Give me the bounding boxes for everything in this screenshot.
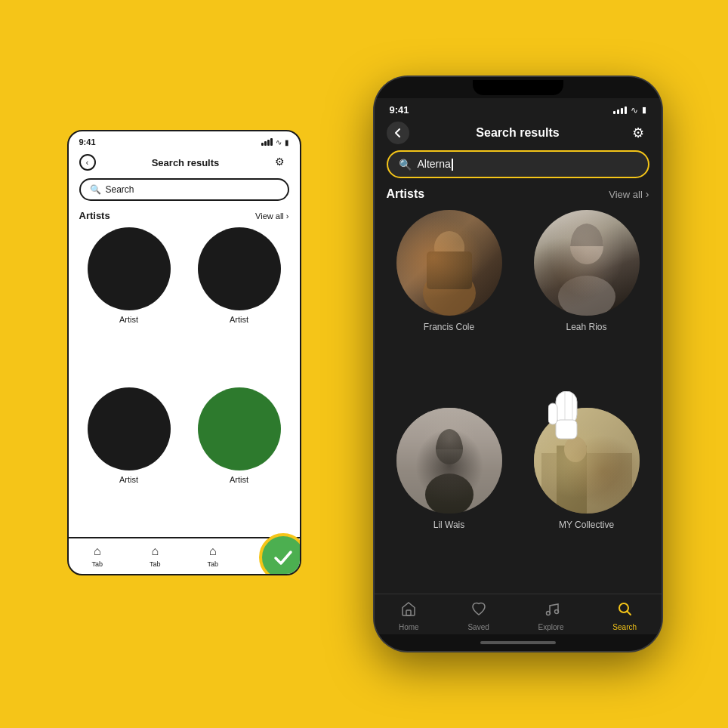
screen-nav: Search results ⚙	[375, 119, 662, 150]
screen-status-icons: ∿ ▮	[613, 105, 646, 116]
tab-explore-label: Explore	[538, 623, 564, 631]
list-item[interactable]: Artist	[190, 387, 289, 537]
artist-name-lil: Lil Wais	[433, 520, 465, 530]
svg-point-1	[423, 270, 476, 316]
wf-signal-icon	[261, 138, 273, 146]
wf-tab-1[interactable]: ⌂ Tab	[91, 544, 103, 568]
back-button[interactable]	[387, 122, 409, 144]
artist-item-lil[interactable]: Lil Wais	[387, 408, 512, 594]
wf-tab-label-2: Tab	[150, 560, 161, 568]
signal-bars-icon	[613, 106, 627, 114]
wf-tab-home-icon-3: ⌂	[209, 544, 217, 558]
artist-photo-francis	[396, 210, 502, 316]
wf-view-all-button[interactable]: View all ›	[255, 211, 288, 221]
wf-artist-image-2	[198, 227, 281, 310]
screen-time: 9:41	[390, 104, 409, 116]
svg-rect-8	[534, 408, 640, 514]
wf-tab-home-icon-2: ⌂	[151, 544, 159, 558]
wireframe-phone: 9:41 ∿ ▮ ‹ Search results	[67, 130, 301, 575]
wf-artists-grid: Artist Artist Artist Artist	[69, 227, 300, 537]
tab-bar: Home Saved	[375, 594, 662, 634]
list-item[interactable]: Artist	[79, 227, 179, 377]
wf-artists-title: Artists	[79, 210, 110, 221]
svg-rect-2	[427, 251, 472, 289]
svg-point-7	[425, 474, 474, 514]
wf-back-icon: ‹	[86, 159, 88, 167]
wf-search-placeholder: Search	[106, 184, 134, 195]
tab-home[interactable]: Home	[399, 600, 419, 631]
search-bar[interactable]: 🔍 Alterna	[387, 150, 649, 178]
view-all-arrow-icon: ›	[646, 188, 649, 200]
artist-item-leah[interactable]: Leah Rios	[524, 210, 649, 396]
phone-notch	[473, 80, 563, 95]
view-all-button[interactable]: View all ›	[609, 188, 649, 200]
screen-title: Search results	[476, 126, 559, 140]
heart-icon	[470, 600, 487, 621]
artist-name-my: MY Collective	[559, 520, 614, 530]
artist-image-lil	[396, 408, 502, 514]
wf-status-icons: ∿ ▮	[261, 138, 289, 147]
artists-section-header: Artists View all ›	[375, 187, 662, 210]
wf-nav-title: Search results	[152, 157, 220, 168]
tab-explore[interactable]: Explore	[538, 600, 564, 631]
wf-battery-icon: ▮	[285, 138, 289, 147]
artist-photo-leah	[534, 210, 640, 316]
artist-name-francis: Francis Cole	[424, 322, 474, 332]
text-cursor	[452, 159, 453, 171]
wf-artist-label-4: Artist	[230, 475, 248, 484]
search-input[interactable]: Alterna	[418, 158, 637, 171]
artists-grid: Francis Cole Leah	[375, 210, 662, 594]
wf-artists-section-header: Artists View all ›	[69, 207, 300, 227]
wf-search-icon: 🔍	[90, 184, 101, 195]
screen-status-bar: 9:41 ∿ ▮	[375, 98, 662, 119]
artist-image-my	[534, 408, 640, 514]
wf-tab-3[interactable]: ⌂ Tab	[207, 544, 218, 568]
svg-point-11	[564, 436, 587, 462]
list-item[interactable]: Artist	[79, 387, 179, 537]
artist-item-my[interactable]: MY Collective	[524, 408, 649, 594]
tab-saved-label: Saved	[467, 623, 489, 631]
wf-tab-2[interactable]: ⌂ Tab	[150, 544, 161, 568]
artist-name-leah: Leah Rios	[566, 322, 606, 332]
wf-tab-label-3: Tab	[207, 560, 218, 568]
artist-photo-my	[534, 408, 640, 514]
wf-artist-image-1	[88, 227, 171, 310]
tab-home-label: Home	[399, 623, 419, 631]
svg-point-18	[546, 612, 550, 615]
home-icon	[400, 600, 417, 621]
svg-point-0	[434, 231, 464, 264]
artist-item-francis[interactable]: Francis Cole	[387, 210, 512, 396]
tab-search[interactable]: Search	[612, 600, 637, 631]
artist-photo-lil	[396, 408, 502, 514]
wf-search-bar[interactable]: 🔍 Search	[79, 178, 289, 201]
wf-nav-bar: ‹ Search results ⚙	[69, 150, 300, 175]
wf-artist-image-3	[88, 387, 171, 470]
svg-point-3	[570, 228, 603, 264]
svg-rect-10	[557, 446, 587, 514]
gear-button[interactable]: ⚙	[627, 122, 649, 144]
wf-tab-label-1: Tab	[91, 560, 103, 568]
real-phone-wrapper: 9:41 ∿ ▮	[375, 77, 662, 651]
artist-image-francis	[396, 210, 502, 316]
search-tab-icon	[616, 600, 633, 621]
wf-view-all-arrow-icon: ›	[286, 211, 289, 221]
svg-point-19	[554, 610, 558, 614]
scene: 9:41 ∿ ▮ ‹ Search results	[0, 0, 728, 728]
artists-section-title: Artists	[387, 187, 425, 201]
svg-line-21	[628, 612, 631, 615]
music-icon	[543, 600, 560, 621]
phone-screen: 9:41 ∿ ▮	[375, 98, 662, 634]
tab-saved[interactable]: Saved	[467, 600, 489, 631]
phone-bottom-bar	[375, 634, 662, 651]
wf-artist-label-3: Artist	[119, 475, 138, 484]
svg-rect-9	[541, 453, 632, 514]
real-phone: 9:41 ∿ ▮	[375, 77, 662, 651]
wf-gear-icon[interactable]: ⚙	[275, 156, 288, 169]
svg-rect-17	[406, 610, 411, 615]
wf-back-button[interactable]: ‹	[79, 154, 96, 171]
artist-image-leah	[534, 210, 640, 316]
svg-rect-5	[396, 408, 502, 514]
list-item[interactable]: Artist	[190, 227, 289, 377]
search-icon: 🔍	[399, 159, 412, 171]
svg-point-6	[436, 434, 463, 464]
